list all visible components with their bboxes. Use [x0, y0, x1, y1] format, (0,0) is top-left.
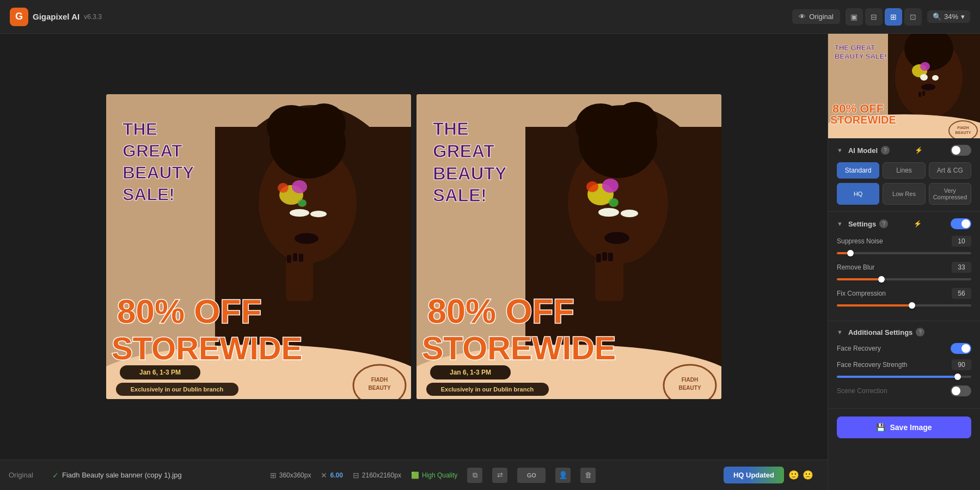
svg-point-9 [278, 183, 289, 193]
resolution-out-meta: ⊟ 2160x2160px [353, 471, 401, 480]
view-split-v-button[interactable]: ⊟ [865, 8, 883, 26]
svg-text:Exclusively in our Dublin bran: Exclusively in our Dublin branch [441, 386, 534, 393]
view-split-h-button[interactable]: ⊞ [885, 8, 902, 26]
quality-hq-button[interactable]: HQ [837, 183, 879, 205]
settings-toggle-knob [961, 219, 970, 228]
svg-point-84 [949, 121, 977, 138]
original-image-panel: THE GREAT BEAUTY SALE! 80% OFF STOREWIDE… [106, 94, 411, 399]
face-recovery-strength-slider-row [837, 376, 971, 378]
settings-toggle[interactable] [951, 218, 971, 229]
face-recovery-strength-slider-fill [837, 376, 958, 378]
additional-settings-chevron-icon: ▼ [837, 329, 843, 335]
svg-point-44 [598, 208, 619, 217]
remove-blur-label: Remove Blur [837, 264, 952, 271]
svg-rect-16 [293, 253, 297, 261]
scene-correction-toggle[interactable] [951, 385, 971, 396]
suppress-noise-label: Suppress Noise [837, 237, 952, 245]
face-recovery-strength-slider-track[interactable] [837, 376, 971, 378]
suppress-noise-slider-thumb[interactable] [847, 250, 854, 256]
hq-update-bar: HQ Updated 🙂 🙁 [596, 467, 819, 483]
quality-verycompressed-button[interactable]: Very Compressed [929, 183, 971, 205]
ai-model-help-icon[interactable]: ? [881, 146, 890, 155]
svg-point-6 [302, 103, 346, 145]
zoom-chevron-icon: ▾ [961, 13, 965, 21]
hq-updated-button[interactable]: HQ Updated [724, 467, 784, 483]
fix-compression-row: Fix Compression 56 [837, 288, 971, 299]
svg-text:BEAUTY: BEAUTY [368, 385, 390, 391]
svg-point-71 [920, 62, 930, 71]
save-image-button[interactable]: 💾 Save Image [837, 416, 971, 438]
view-grid-button[interactable]: ⊡ [904, 8, 922, 26]
original-button[interactable]: 👁 Original [792, 9, 840, 24]
svg-text:STOREWIDE: STOREWIDE [112, 330, 302, 366]
ai-art-cg-button[interactable]: Art & CG [929, 162, 971, 179]
go-button[interactable]: GO [517, 468, 546, 483]
face-recovery-toggle-knob [961, 344, 970, 353]
thumbnail-area: THE GREAT BEAUTY SALE! 80% OFF STOREWIDE… [828, 34, 980, 138]
svg-point-11 [290, 209, 309, 217]
original-banner-svg: THE GREAT BEAUTY SALE! 80% OFF STOREWIDE… [106, 94, 411, 399]
canvas-images: THE GREAT BEAUTY SALE! 80% OFF STOREWIDE… [0, 34, 828, 460]
eye-icon: 👁 [799, 13, 806, 21]
settings-help-icon[interactable]: ? [879, 219, 888, 228]
resolution-out-label: 2160x2160px [362, 471, 401, 479]
svg-rect-14 [286, 258, 313, 301]
quality-buttons: HQ Low Res Very Compressed [837, 183, 971, 205]
fix-compression-slider-track[interactable] [837, 304, 971, 307]
svg-text:FIADH: FIADH [957, 126, 969, 130]
ai-model-section: ▼ AI Model ? ⚡ Standard Lines Art & CG H… [828, 138, 980, 212]
canvas-area: THE GREAT BEAUTY SALE! 80% OFF STOREWIDE… [0, 34, 828, 490]
svg-text:THE GREAT: THE GREAT [835, 44, 875, 52]
checkmark-icon: ✓ [52, 471, 59, 480]
trash-icon-button[interactable]: 🗑 [580, 468, 596, 483]
feedback-emoji-row: 🙂 🙁 [788, 470, 813, 480]
zoom-icon: 🔍 [933, 13, 941, 21]
compare-icon-button[interactable]: ⇄ [492, 468, 507, 483]
ai-model-toggle[interactable] [951, 145, 971, 156]
view-single-button[interactable]: ▣ [846, 8, 863, 26]
filename-label: Fiadh Beauty sale banner (copy 1).jpg [62, 471, 182, 479]
settings-chevron-icon: ▼ [837, 220, 843, 227]
fix-compression-label: Fix Compression [837, 290, 952, 297]
svg-rect-76 [918, 92, 921, 97]
remove-blur-slider-thumb[interactable] [878, 276, 885, 283]
ai-model-chevron-icon: ▼ [837, 147, 843, 154]
svg-text:STOREWIDE: STOREWIDE [830, 114, 896, 126]
remove-blur-slider-track[interactable] [837, 278, 971, 280]
fix-compression-slider-thumb[interactable] [909, 302, 915, 309]
svg-rect-48 [596, 254, 601, 262]
zoom-label: 34% [944, 13, 958, 21]
thumbs-up-icon[interactable]: 🙂 [788, 470, 799, 480]
updated-label: Updated [746, 471, 774, 479]
svg-point-72 [920, 74, 928, 81]
face-recovery-strength-slider-thumb[interactable] [954, 373, 961, 380]
face-recovery-toggle[interactable] [951, 343, 971, 354]
svg-text:GREAT: GREAT [122, 141, 182, 161]
suppress-noise-slider-track[interactable] [837, 252, 971, 254]
settings-title: Settings [848, 220, 876, 228]
fix-compression-value: 56 [952, 288, 971, 299]
svg-point-39 [613, 102, 658, 144]
quality-lowres-button[interactable]: Low Res [883, 183, 925, 205]
thumbs-down-icon[interactable]: 🙁 [803, 470, 813, 480]
person-icon-button[interactable]: 👤 [555, 468, 571, 483]
status-file: ✓ Fiadh Beauty sale banner (copy 1).jpg [52, 471, 270, 480]
stack-icon-button[interactable]: ⧉ [467, 468, 482, 483]
save-label: Save Image [890, 423, 932, 432]
svg-point-10 [298, 199, 307, 207]
zoom-control[interactable]: 🔍 34% ▾ [927, 10, 970, 23]
ai-standard-button[interactable]: Standard [837, 162, 879, 179]
additional-settings-help-icon[interactable]: ? [916, 328, 924, 336]
quality-badge: 🟩 High Quality [411, 471, 457, 479]
more-settings-row: Scene Correction [837, 385, 971, 396]
svg-point-43 [609, 198, 618, 207]
dimensions-icon: ⊞ [270, 471, 277, 480]
ai-lines-button[interactable]: Lines [883, 162, 925, 179]
svg-point-12 [310, 211, 327, 217]
fix-compression-slider-fill [837, 304, 912, 307]
face-recovery-strength-value: 90 [952, 359, 971, 370]
app-version: v6.3.3 [84, 13, 102, 21]
status-meta: ⊞ 360x360px ✕ 6.00 ⊟ 2160x2160px 🟩 High … [270, 468, 596, 483]
svg-text:STOREWIDE: STOREWIDE [422, 330, 616, 366]
svg-text:Exclusively in our Dublin bran: Exclusively in our Dublin branch [131, 386, 224, 393]
